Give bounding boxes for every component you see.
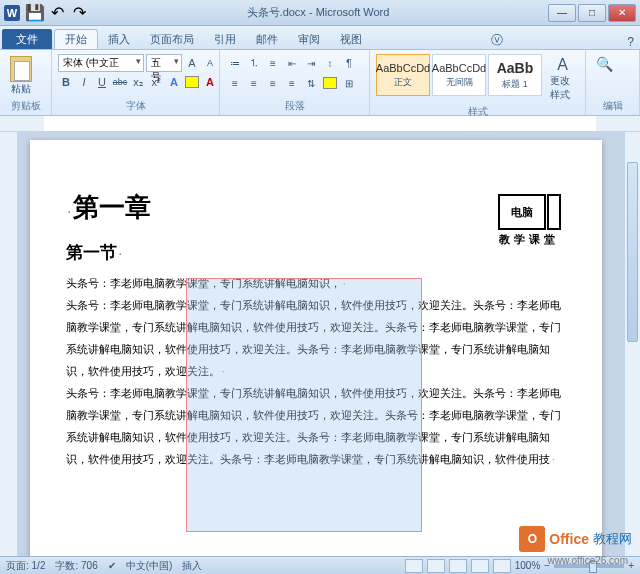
document-area: 电脑 教学课堂 第一章 第一节 头条号：李老师电脑教学课堂，专门系统讲解电脑知识… (0, 132, 640, 556)
titlebar: W 💾 ↶ ↷ 头条号.docx - Microsoft Word — □ ✕ (0, 0, 640, 26)
tab-insert[interactable]: 插入 (98, 29, 140, 49)
vertical-ruler[interactable] (0, 132, 18, 556)
grow-font-icon[interactable]: A (184, 55, 200, 71)
borders-icon[interactable]: ⊞ (340, 74, 358, 92)
strike-button[interactable]: abc (112, 74, 128, 90)
paragraph-text: 头条号：李老师电脑教学课堂，专门系统讲解电脑知识，软件使用技巧，欢迎关注。头条号… (66, 294, 566, 382)
style-no-spacing[interactable]: AaBbCcDd 无间隔 (432, 54, 486, 96)
page-indicator[interactable]: 页面: 1/2 (6, 559, 45, 573)
underline-button[interactable]: U (94, 74, 110, 90)
zoom-slider[interactable] (554, 564, 624, 568)
insert-mode[interactable]: 插入 (182, 559, 202, 573)
paragraph-label: 段落 (226, 98, 363, 113)
editing-label: 编辑 (592, 98, 633, 113)
subscript-button[interactable]: x₂ (130, 74, 146, 90)
close-button[interactable]: ✕ (608, 4, 636, 22)
ribbon: 粘贴 剪贴板 宋体 (中文正 五号 A A B I U abc x₂ x² (0, 50, 640, 116)
fullscreen-view[interactable] (427, 559, 445, 573)
bold-button[interactable]: B (58, 74, 74, 90)
italic-button[interactable]: I (76, 74, 92, 90)
save-icon[interactable]: 💾 (26, 4, 44, 22)
word-count[interactable]: 字数: 706 (55, 559, 97, 573)
paragraph-text: 头条号：李老师电脑教学课堂，专门系统讲解电脑知识，软件使用技巧，欢迎关注。头条号… (66, 382, 566, 470)
undo-icon[interactable]: ↶ (48, 4, 66, 22)
decrease-indent-icon[interactable]: ⇤ (283, 54, 301, 72)
find-button[interactable]: 🔍 (592, 54, 617, 74)
font-size-combo[interactable]: 五号 (146, 54, 182, 72)
align-right-icon[interactable]: ≡ (264, 74, 282, 92)
style-preview: AaBb (497, 60, 534, 76)
minimize-button[interactable]: — (548, 4, 576, 22)
tab-page-layout[interactable]: 页面布局 (140, 29, 204, 49)
style-preview: AaBbCcDd (432, 62, 486, 74)
group-editing: 🔍 编辑 (586, 50, 640, 115)
font-name-combo[interactable]: 宋体 (中文正 (58, 54, 144, 72)
shrink-font-icon[interactable]: A (202, 55, 218, 71)
align-left-icon[interactable]: ≡ (226, 74, 244, 92)
find-icon: 🔍 (596, 56, 613, 72)
shading-swatch (323, 77, 337, 89)
numbering-icon[interactable]: ⒈ (245, 54, 263, 72)
draft-view[interactable] (493, 559, 511, 573)
change-styles-label: 更改样式 (550, 74, 575, 102)
window-title: 头条号.docx - Microsoft Word (90, 5, 546, 20)
zoom-out-button[interactable]: − (544, 560, 550, 571)
tab-review[interactable]: 审阅 (288, 29, 330, 49)
paste-icon (10, 56, 32, 82)
outline-view[interactable] (471, 559, 489, 573)
image-caption: 教学课堂 (492, 232, 566, 247)
highlight-button[interactable] (184, 74, 200, 90)
tab-mailings[interactable]: 邮件 (246, 29, 288, 49)
font-color-button[interactable]: A (202, 74, 218, 90)
pc-case-icon (547, 194, 561, 230)
word-icon: W (4, 5, 20, 21)
print-layout-view[interactable] (405, 559, 423, 573)
sort-icon[interactable]: ↕ (321, 54, 339, 72)
computer-clipart: 电脑 教学课堂 (492, 194, 566, 247)
monitor-icon: 电脑 (498, 194, 546, 230)
style-name: 标题 1 (502, 78, 528, 91)
zoom-level[interactable]: 100% (515, 560, 541, 571)
minimize-ribbon-icon[interactable]: ⓥ (491, 32, 503, 49)
paragraph-text: 头条号：李老师电脑教学课堂，专门系统讲解电脑知识， (66, 272, 566, 294)
proofing-icon[interactable]: ✔ (108, 560, 116, 571)
web-layout-view[interactable] (449, 559, 467, 573)
help-icon[interactable]: ? (627, 35, 634, 49)
text-effects-icon[interactable]: A (166, 74, 182, 90)
scroll-thumb[interactable] (627, 162, 638, 342)
group-clipboard: 粘贴 剪贴板 (0, 50, 52, 115)
increase-indent-icon[interactable]: ⇥ (302, 54, 320, 72)
heading-2: 第一节 (66, 241, 566, 264)
change-styles-button[interactable]: A 更改样式 (546, 54, 579, 104)
style-normal[interactable]: AaBbCcDd 正文 (376, 54, 430, 96)
style-heading1[interactable]: AaBb 标题 1 (488, 54, 542, 96)
horizontal-ruler[interactable] (0, 116, 640, 132)
maximize-button[interactable]: □ (578, 4, 606, 22)
redo-icon[interactable]: ↷ (70, 4, 88, 22)
style-name: 正文 (394, 76, 412, 89)
align-center-icon[interactable]: ≡ (245, 74, 263, 92)
multilevel-icon[interactable]: ≡ (264, 54, 282, 72)
show-marks-icon[interactable]: ¶ (340, 54, 358, 72)
page[interactable]: 电脑 教学课堂 第一章 第一节 头条号：李老师电脑教学课堂，专门系统讲解电脑知识… (30, 140, 602, 556)
justify-icon[interactable]: ≡ (283, 74, 301, 92)
vertical-scrollbar[interactable] (624, 132, 640, 556)
paste-button[interactable]: 粘贴 (6, 54, 36, 98)
language-indicator[interactable]: 中文(中国) (126, 559, 173, 573)
tab-view[interactable]: 视图 (330, 29, 372, 49)
line-spacing-icon[interactable]: ⇅ (302, 74, 320, 92)
zoom-in-button[interactable]: + (628, 560, 634, 571)
group-styles: AaBbCcDd 正文 AaBbCcDd 无间隔 AaBb 标题 1 A 更改样… (370, 50, 586, 115)
clipboard-label: 剪贴板 (6, 98, 45, 113)
change-styles-icon: A (557, 56, 568, 74)
heading-1: 第一章 (66, 190, 566, 225)
bullets-icon[interactable]: ≔ (226, 54, 244, 72)
highlight-swatch (185, 76, 199, 88)
tab-home[interactable]: 开始 (54, 29, 98, 49)
ribbon-tabs: 文件 开始 插入 页面布局 引用 邮件 审阅 视图 ⓥ ? (0, 26, 640, 50)
tab-references[interactable]: 引用 (204, 29, 246, 49)
file-tab[interactable]: 文件 (2, 29, 52, 49)
group-paragraph: ≔ ⒈ ≡ ⇤ ⇥ ↕ ¶ ≡ ≡ ≡ ≡ ⇅ ⊞ (220, 50, 370, 115)
style-name: 无间隔 (446, 76, 473, 89)
shading-button[interactable] (321, 74, 339, 92)
